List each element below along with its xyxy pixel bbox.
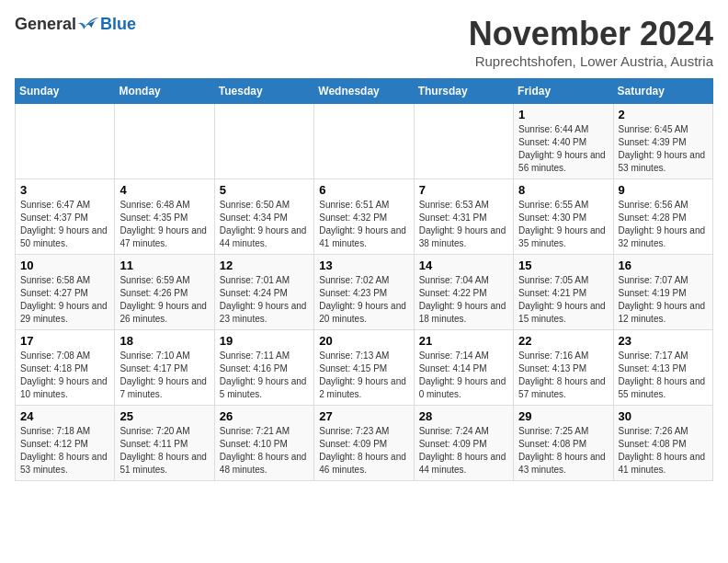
calendar-cell: 20Sunrise: 7:13 AM Sunset: 4:15 PM Dayli… <box>314 330 414 406</box>
calendar-cell: 30Sunrise: 7:26 AM Sunset: 4:08 PM Dayli… <box>613 406 712 481</box>
weekday-header-friday: Friday <box>514 79 613 104</box>
calendar-week-1: 1Sunrise: 6:44 AM Sunset: 4:40 PM Daylig… <box>16 104 713 179</box>
day-info: Sunrise: 7:18 AM Sunset: 4:12 PM Dayligh… <box>20 425 109 477</box>
day-number: 18 <box>119 334 209 348</box>
calendar-cell: 12Sunrise: 7:01 AM Sunset: 4:24 PM Dayli… <box>214 255 313 330</box>
calendar-cell: 19Sunrise: 7:11 AM Sunset: 4:16 PM Dayli… <box>214 330 313 406</box>
logo-text: General Blue <box>15 15 136 34</box>
weekday-header-sunday: Sunday <box>16 79 115 104</box>
day-info: Sunrise: 6:44 AM Sunset: 4:40 PM Dayligh… <box>518 123 608 175</box>
calendar-cell: 2Sunrise: 6:45 AM Sunset: 4:39 PM Daylig… <box>613 104 712 179</box>
calendar-cell: 13Sunrise: 7:02 AM Sunset: 4:23 PM Dayli… <box>314 255 414 330</box>
logo-blue: Blue <box>100 15 136 34</box>
day-info: Sunrise: 7:05 AM Sunset: 4:21 PM Dayligh… <box>518 274 608 326</box>
calendar-cell: 14Sunrise: 7:04 AM Sunset: 4:22 PM Dayli… <box>414 255 513 330</box>
calendar-cell: 7Sunrise: 6:53 AM Sunset: 4:31 PM Daylig… <box>414 179 513 255</box>
calendar-cell: 11Sunrise: 6:59 AM Sunset: 4:26 PM Dayli… <box>115 255 214 330</box>
weekday-header-tuesday: Tuesday <box>214 79 313 104</box>
weekday-header-monday: Monday <box>115 79 214 104</box>
day-info: Sunrise: 6:55 AM Sunset: 4:30 PM Dayligh… <box>518 199 608 250</box>
day-number: 21 <box>419 334 508 348</box>
calendar-week-4: 17Sunrise: 7:08 AM Sunset: 4:18 PM Dayli… <box>16 330 713 406</box>
day-number: 4 <box>119 183 209 197</box>
location-subtitle: Ruprechtshofen, Lower Austria, Austria <box>469 53 713 69</box>
title-section: November 2024 Ruprechtshofen, Lower Aust… <box>469 15 713 69</box>
calendar-table: SundayMondayTuesdayWednesdayThursdayFrid… <box>15 78 713 481</box>
calendar-cell: 18Sunrise: 7:10 AM Sunset: 4:17 PM Dayli… <box>115 330 214 406</box>
day-number: 5 <box>220 183 309 197</box>
day-number: 20 <box>319 334 408 348</box>
day-info: Sunrise: 6:59 AM Sunset: 4:26 PM Dayligh… <box>119 274 209 326</box>
day-number: 7 <box>419 183 508 197</box>
day-info: Sunrise: 7:14 AM Sunset: 4:14 PM Dayligh… <box>419 350 508 401</box>
calendar-cell: 1Sunrise: 6:44 AM Sunset: 4:40 PM Daylig… <box>514 104 613 179</box>
day-info: Sunrise: 6:45 AM Sunset: 4:39 PM Dayligh… <box>619 123 708 175</box>
weekday-header-row: SundayMondayTuesdayWednesdayThursdayFrid… <box>16 79 713 104</box>
day-info: Sunrise: 6:56 AM Sunset: 4:28 PM Dayligh… <box>619 199 708 250</box>
calendar-cell: 15Sunrise: 7:05 AM Sunset: 4:21 PM Dayli… <box>514 255 613 330</box>
day-number: 27 <box>319 409 408 423</box>
day-number: 10 <box>20 259 109 272</box>
day-info: Sunrise: 7:07 AM Sunset: 4:19 PM Dayligh… <box>619 274 708 326</box>
day-info: Sunrise: 6:51 AM Sunset: 4:32 PM Dayligh… <box>319 199 408 250</box>
day-info: Sunrise: 7:04 AM Sunset: 4:22 PM Dayligh… <box>419 274 508 326</box>
day-number: 2 <box>619 108 708 121</box>
calendar-cell: 16Sunrise: 7:07 AM Sunset: 4:19 PM Dayli… <box>613 255 712 330</box>
day-info: Sunrise: 7:08 AM Sunset: 4:18 PM Dayligh… <box>20 350 109 401</box>
day-number: 11 <box>119 259 209 272</box>
calendar-cell: 23Sunrise: 7:17 AM Sunset: 4:13 PM Dayli… <box>613 330 712 406</box>
day-info: Sunrise: 7:25 AM Sunset: 4:08 PM Dayligh… <box>518 425 608 477</box>
day-info: Sunrise: 6:58 AM Sunset: 4:27 PM Dayligh… <box>20 274 109 326</box>
calendar-cell: 24Sunrise: 7:18 AM Sunset: 4:12 PM Dayli… <box>16 406 115 481</box>
calendar-cell <box>115 104 214 179</box>
day-number: 25 <box>119 409 209 423</box>
day-number: 17 <box>20 334 109 348</box>
day-info: Sunrise: 6:48 AM Sunset: 4:35 PM Dayligh… <box>119 199 209 250</box>
day-number: 15 <box>518 259 608 272</box>
calendar-cell: 28Sunrise: 7:24 AM Sunset: 4:09 PM Dayli… <box>414 406 513 481</box>
calendar-cell <box>314 104 414 179</box>
day-info: Sunrise: 6:53 AM Sunset: 4:31 PM Dayligh… <box>419 199 508 250</box>
day-number: 24 <box>20 409 109 423</box>
weekday-header-thursday: Thursday <box>414 79 513 104</box>
day-number: 9 <box>619 183 708 197</box>
day-number: 19 <box>220 334 309 348</box>
calendar-week-2: 3Sunrise: 6:47 AM Sunset: 4:37 PM Daylig… <box>16 179 713 255</box>
day-number: 1 <box>518 108 608 121</box>
day-info: Sunrise: 7:16 AM Sunset: 4:13 PM Dayligh… <box>518 350 608 401</box>
day-number: 30 <box>619 409 708 423</box>
calendar-cell: 21Sunrise: 7:14 AM Sunset: 4:14 PM Dayli… <box>414 330 513 406</box>
day-info: Sunrise: 7:24 AM Sunset: 4:09 PM Dayligh… <box>419 425 508 477</box>
logo-general: General <box>15 15 76 34</box>
calendar-cell: 25Sunrise: 7:20 AM Sunset: 4:11 PM Dayli… <box>115 406 214 481</box>
day-info: Sunrise: 7:17 AM Sunset: 4:13 PM Dayligh… <box>619 350 708 401</box>
calendar-cell: 3Sunrise: 6:47 AM Sunset: 4:37 PM Daylig… <box>16 179 115 255</box>
day-info: Sunrise: 7:01 AM Sunset: 4:24 PM Dayligh… <box>220 274 309 326</box>
day-info: Sunrise: 7:02 AM Sunset: 4:23 PM Dayligh… <box>319 274 408 326</box>
day-number: 6 <box>319 183 408 197</box>
day-info: Sunrise: 7:11 AM Sunset: 4:16 PM Dayligh… <box>220 350 309 401</box>
day-number: 23 <box>619 334 708 348</box>
day-number: 13 <box>319 259 408 272</box>
calendar-cell <box>16 104 115 179</box>
logo-bird-icon <box>78 16 100 34</box>
day-info: Sunrise: 7:26 AM Sunset: 4:08 PM Dayligh… <box>619 425 708 477</box>
day-info: Sunrise: 7:21 AM Sunset: 4:10 PM Dayligh… <box>220 425 309 477</box>
calendar-cell <box>214 104 313 179</box>
day-info: Sunrise: 7:10 AM Sunset: 4:17 PM Dayligh… <box>119 350 209 401</box>
day-info: Sunrise: 7:13 AM Sunset: 4:15 PM Dayligh… <box>319 350 408 401</box>
calendar-cell <box>414 104 513 179</box>
calendar-cell: 27Sunrise: 7:23 AM Sunset: 4:09 PM Dayli… <box>314 406 414 481</box>
day-number: 26 <box>220 409 309 423</box>
day-number: 12 <box>220 259 309 272</box>
calendar-cell: 17Sunrise: 7:08 AM Sunset: 4:18 PM Dayli… <box>16 330 115 406</box>
calendar-cell: 10Sunrise: 6:58 AM Sunset: 4:27 PM Dayli… <box>16 255 115 330</box>
calendar-week-3: 10Sunrise: 6:58 AM Sunset: 4:27 PM Dayli… <box>16 255 713 330</box>
calendar-cell: 6Sunrise: 6:51 AM Sunset: 4:32 PM Daylig… <box>314 179 414 255</box>
day-info: Sunrise: 6:50 AM Sunset: 4:34 PM Dayligh… <box>220 199 309 250</box>
day-number: 3 <box>20 183 109 197</box>
logo: General Blue <box>15 15 136 34</box>
day-number: 22 <box>518 334 608 348</box>
calendar-cell: 4Sunrise: 6:48 AM Sunset: 4:35 PM Daylig… <box>115 179 214 255</box>
calendar-cell: 29Sunrise: 7:25 AM Sunset: 4:08 PM Dayli… <box>514 406 613 481</box>
